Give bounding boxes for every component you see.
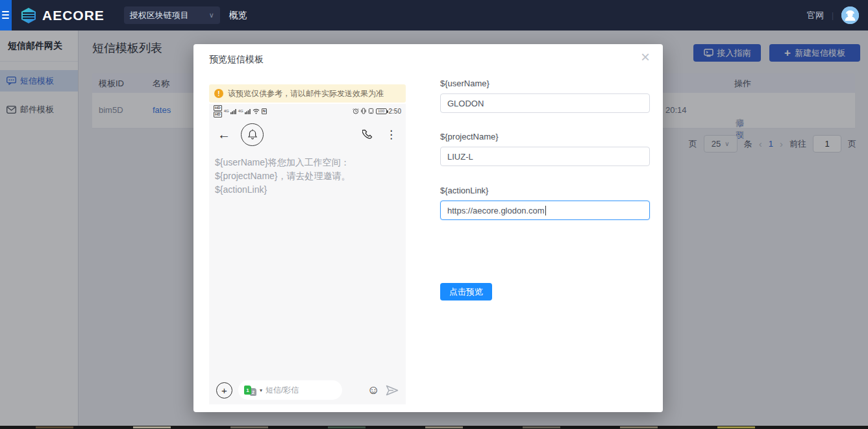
nav-divider: | (832, 11, 834, 20)
os-taskbar-edge (0, 426, 868, 429)
sim-caret-icon[interactable]: ▾ (260, 387, 262, 393)
projectname-field[interactable] (440, 147, 650, 166)
sim1-icon: 1 (244, 386, 251, 395)
click-preview-button[interactable]: 点击预览 (440, 283, 492, 300)
chevron-down-icon: ∨ (209, 11, 214, 19)
username-field-label: ${userName} (440, 79, 490, 88)
actionlink-field[interactable]: https://aecore.glodon.com (440, 201, 650, 220)
app-window: AECORE 授权区块链项目 ∨ 概览 官网 | 短信邮件网关 (0, 0, 868, 429)
user-avatar-icon (841, 6, 859, 24)
modal-title: 预览短信模板 (209, 54, 264, 66)
aecore-logo-icon (19, 6, 38, 25)
official-site-link[interactable]: 官网 (807, 10, 824, 21)
alarm-icon (353, 108, 359, 114)
wifi-icon (253, 108, 260, 114)
signal-bars-icon (245, 108, 251, 114)
send-icon[interactable] (386, 385, 399, 396)
hd-voice-icon: HD HD (214, 105, 222, 117)
emoji-icon[interactable]: ☺ (367, 383, 380, 397)
sms-message-preview: ${userName}将您加入工作空间： ${projectName}，请去处理… (209, 149, 406, 197)
project-select-value: 授权区块链项目 (130, 10, 209, 21)
preview-sms-template-modal: 预览短信模板 × ! 该预览仅供参考，请以邮件实际发送效果为准 HD HD 4G (193, 44, 663, 412)
status-time: 2:50 (389, 108, 401, 115)
more-options-icon[interactable]: ⋮ (386, 128, 397, 141)
user-avatar[interactable] (841, 6, 859, 24)
actionlink-field-value: https://aecore.glodon.com (447, 206, 545, 215)
attach-plus-icon[interactable]: + (216, 382, 232, 398)
sms-input-placeholder: 短信/彩信 (266, 385, 299, 396)
network-type-label: 4G (238, 109, 243, 113)
phone-preview: HD HD 4G 4G (209, 104, 406, 404)
nfc-icon: N (262, 108, 267, 114)
battery-icon: 100 (376, 108, 387, 114)
top-navbar: AECORE 授权区块链项目 ∨ 概览 官网 | (0, 0, 868, 31)
vibrate-icon (361, 108, 366, 114)
preview-warning-banner: ! 该预览仅供参考，请以邮件实际发送效果为准 (209, 84, 406, 103)
text-cursor (545, 206, 546, 215)
screen-rotate-icon (368, 108, 374, 114)
phone-compose-bar: + 1 2 ▾ 短信/彩信 ☺ (209, 378, 406, 404)
back-arrow-icon[interactable]: ← (217, 127, 230, 142)
call-icon[interactable] (362, 129, 375, 141)
tab-overview[interactable]: 概览 (229, 10, 247, 21)
warning-text: 该预览仅供参考，请以邮件实际发送效果为准 (228, 88, 384, 99)
hamburger-menu-icon[interactable] (0, 0, 12, 31)
signal-bars-icon (230, 108, 236, 114)
brand-logo[interactable]: AECORE (19, 6, 105, 25)
sms-compose-input[interactable]: 1 2 ▾ 短信/彩信 (238, 380, 342, 400)
brand-name: AECORE (42, 8, 105, 23)
project-select-dropdown[interactable]: 授权区块链项目 ∨ (124, 6, 220, 24)
phone-status-bar: HD HD 4G 4G (209, 104, 406, 117)
notification-bell-avatar[interactable] (241, 123, 264, 146)
username-field[interactable] (440, 93, 650, 113)
actionlink-field-label: ${actionLink} (440, 186, 488, 195)
network-type-label: 4G (224, 109, 229, 113)
close-icon[interactable]: × (641, 49, 650, 65)
warning-icon: ! (214, 89, 223, 98)
phone-message-header: ← ⋮ (209, 119, 406, 149)
bell-icon (247, 129, 258, 140)
projectname-field-label: ${projectName} (440, 132, 499, 141)
